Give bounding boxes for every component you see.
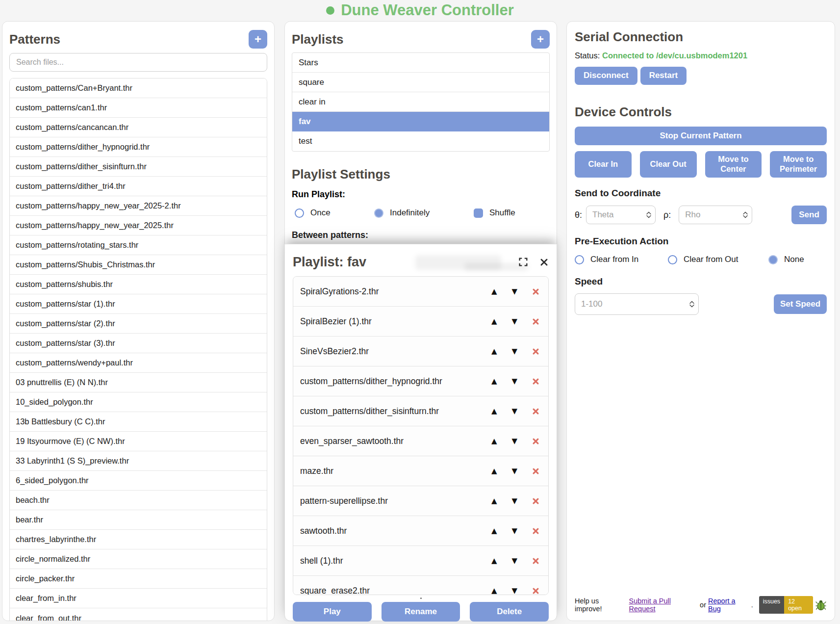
- option-control-icon[interactable]: [295, 208, 304, 218]
- run-mode-option[interactable]: Indefinitely: [374, 208, 474, 218]
- move-down-icon[interactable]: ▼: [511, 526, 517, 535]
- playlist-row[interactable]: test: [292, 131, 549, 151]
- pattern-file-row[interactable]: custom_patterns/happy_new_year_2025.thr: [10, 216, 267, 235]
- restart-button[interactable]: Restart: [640, 67, 687, 85]
- pattern-file-row[interactable]: custom_patterns/can1.thr: [10, 98, 267, 118]
- pre-execution-option[interactable]: None: [768, 255, 827, 264]
- move-up-icon[interactable]: ▲: [491, 467, 497, 475]
- pattern-file-row[interactable]: 10_sided_polygon.thr: [10, 392, 267, 412]
- pattern-file-row[interactable]: circle_normalized.thr: [10, 549, 267, 569]
- remove-item-icon[interactable]: [532, 587, 539, 595]
- play-button[interactable]: Play: [293, 602, 372, 622]
- remove-item-icon[interactable]: [532, 497, 539, 505]
- move-down-icon[interactable]: ▼: [511, 496, 517, 505]
- run-mode-option[interactable]: Once: [295, 208, 374, 218]
- move-up-icon[interactable]: ▲: [491, 407, 497, 416]
- playlist-row[interactable]: fav: [292, 112, 549, 131]
- playlist-item-row[interactable]: custom_patterns/dither_hypnogrid.thr ▲ ▼: [293, 366, 548, 396]
- pattern-file-row[interactable]: custom_patterns/dither_tri4.thr: [10, 177, 267, 196]
- pattern-file-row[interactable]: clear_from_in.thr: [10, 589, 267, 608]
- pattern-file-row[interactable]: chartres_labyrinthe.thr: [10, 530, 267, 549]
- clear-out-button[interactable]: Clear Out: [640, 151, 697, 178]
- playlist-item-row[interactable]: SpiralGyrations-2.thr ▲ ▼: [293, 277, 548, 307]
- move-down-icon[interactable]: ▼: [511, 556, 517, 565]
- move-down-icon[interactable]: ▼: [511, 437, 517, 445]
- move-down-icon[interactable]: ▼: [511, 407, 517, 416]
- report-bug-link[interactable]: Report a Bug: [708, 597, 749, 613]
- pattern-file-row[interactable]: custom_patterns/dither_sisinfturn.thr: [10, 157, 267, 177]
- move-up-icon[interactable]: ▲: [491, 496, 497, 505]
- delete-button[interactable]: Delete: [470, 602, 549, 622]
- remove-item-icon[interactable]: [532, 318, 539, 325]
- playlist-row[interactable]: Stars: [292, 53, 549, 73]
- option-control-icon[interactable]: [374, 208, 383, 218]
- pattern-file-row[interactable]: bear.thr: [10, 510, 267, 530]
- pattern-file-row[interactable]: beach.thr: [10, 491, 267, 510]
- pattern-file-row[interactable]: 13b Battlesbury (C C).thr: [10, 412, 267, 432]
- move-up-icon[interactable]: ▲: [491, 556, 497, 565]
- move-up-icon[interactable]: ▲: [491, 287, 497, 296]
- pattern-file-row[interactable]: custom_patterns/happy_new_year_2025-2.th…: [10, 196, 267, 216]
- remove-item-icon[interactable]: [532, 468, 539, 475]
- stepper-icon[interactable]: [689, 301, 694, 308]
- clear-in-button[interactable]: Clear In: [575, 151, 632, 178]
- add-pattern-button[interactable]: +: [249, 30, 267, 49]
- move-up-icon[interactable]: ▲: [491, 437, 497, 445]
- pattern-file-row[interactable]: custom_patterns/Can+Bryant.thr: [10, 78, 267, 98]
- move-down-icon[interactable]: ▼: [511, 317, 517, 326]
- playlist-item-row[interactable]: square_erase2.thr ▲ ▼: [293, 576, 548, 595]
- pattern-file-row[interactable]: custom_patterns/star (2).thr: [10, 314, 267, 334]
- remove-item-icon[interactable]: [532, 348, 539, 355]
- remove-item-icon[interactable]: [532, 527, 539, 535]
- playlist-row[interactable]: clear in: [292, 92, 549, 112]
- pattern-file-row[interactable]: custom_patterns/wendy+paul.thr: [10, 353, 267, 373]
- remove-item-icon[interactable]: [532, 378, 539, 385]
- move-up-icon[interactable]: ▲: [491, 526, 497, 535]
- playlist-item-row[interactable]: custom_patterns/dither_sisinfturn.thr ▲ …: [293, 396, 548, 426]
- pattern-file-row[interactable]: custom_patterns/star (3).thr: [10, 334, 267, 353]
- playlist-item-row[interactable]: sawtooth.thr ▲ ▼: [293, 516, 548, 546]
- search-input[interactable]: [9, 53, 267, 72]
- playlist-item-row[interactable]: shell (1).thr ▲ ▼: [293, 546, 548, 576]
- pattern-file-row[interactable]: clear_from_out.thr: [10, 608, 267, 621]
- stop-current-pattern-button[interactable]: Stop Current Pattern: [575, 127, 827, 145]
- pattern-file-row[interactable]: 03 pnuttrellis (E) (N N).thr: [10, 373, 267, 392]
- remove-item-icon[interactable]: [532, 408, 539, 415]
- rename-button[interactable]: Rename: [382, 602, 460, 622]
- move-down-icon[interactable]: ▼: [511, 377, 517, 386]
- set-speed-button[interactable]: Set Speed: [774, 294, 827, 314]
- pattern-file-row[interactable]: custom_patterns/dither_hypnogrid.thr: [10, 137, 267, 157]
- disconnect-button[interactable]: Disconnect: [575, 67, 637, 85]
- rho-input[interactable]: [679, 206, 752, 224]
- pattern-file-row[interactable]: custom_patterns/Shubis_Christmas.thr: [10, 255, 267, 275]
- playlist-item-row[interactable]: pattern-superellipse.thr ▲ ▼: [293, 486, 548, 516]
- theta-input[interactable]: [586, 206, 656, 224]
- playlist-item-row[interactable]: even_sparser_sawtooth.thr ▲ ▼: [293, 426, 548, 456]
- move-up-icon[interactable]: ▲: [491, 586, 497, 595]
- pattern-file-row[interactable]: custom_patterns/rotating_stars.thr: [10, 235, 267, 255]
- stepper-icon[interactable]: [646, 212, 651, 218]
- pattern-file-row[interactable]: 33 Labyrinth1 (S S)_preview.thr: [10, 451, 267, 471]
- remove-item-icon[interactable]: [532, 288, 539, 295]
- move-up-icon[interactable]: ▲: [491, 377, 497, 386]
- option-control-icon[interactable]: [668, 255, 677, 264]
- send-button[interactable]: Send: [791, 206, 827, 224]
- add-playlist-button[interactable]: +: [531, 30, 550, 49]
- pattern-file-row[interactable]: 6_sided_polygon.thr: [10, 471, 267, 491]
- option-control-icon[interactable]: [575, 255, 584, 264]
- remove-item-icon[interactable]: [532, 557, 539, 565]
- pattern-file-row[interactable]: custom_patterns/shubis.thr: [10, 275, 267, 294]
- submit-pr-link[interactable]: Submit a Pull Request: [629, 597, 698, 613]
- pattern-file-row[interactable]: custom_patterns/cancancan.thr: [10, 118, 267, 137]
- pattern-file-row[interactable]: custom_patterns/star (1).thr: [10, 294, 267, 314]
- playlist-item-row[interactable]: maze.thr ▲ ▼: [293, 456, 548, 486]
- pattern-file-row[interactable]: circle_packer.thr: [10, 569, 267, 589]
- playlist-row[interactable]: square: [292, 73, 549, 92]
- pre-execution-option[interactable]: Clear from In: [575, 255, 668, 264]
- remove-item-icon[interactable]: [532, 438, 539, 445]
- issues-badge[interactable]: issues 12 open: [759, 596, 813, 614]
- move-down-icon[interactable]: ▼: [511, 467, 517, 475]
- move-to-center-button[interactable]: Move to Center: [705, 151, 762, 178]
- move-up-icon[interactable]: ▲: [491, 347, 497, 356]
- move-up-icon[interactable]: ▲: [491, 317, 497, 326]
